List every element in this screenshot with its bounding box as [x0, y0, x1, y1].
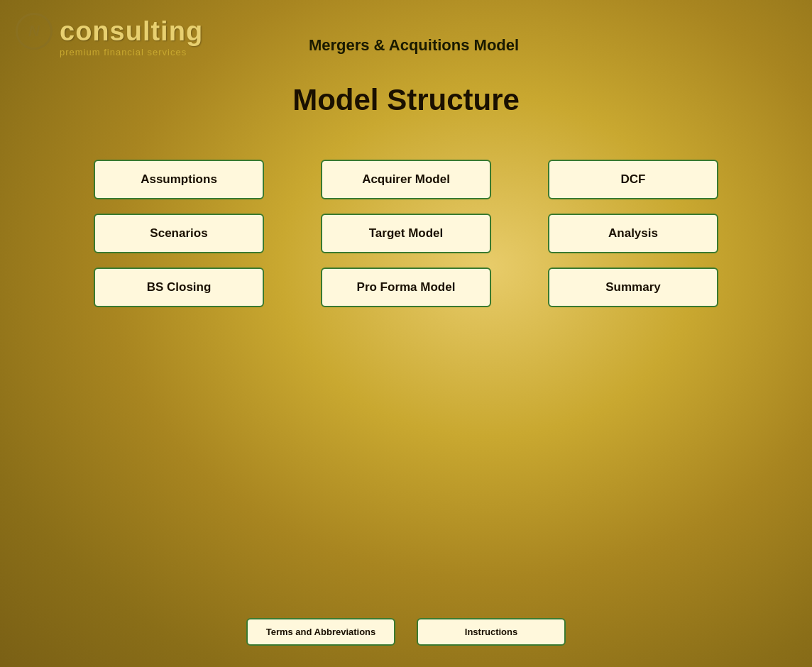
model-structure-title: Model Structure [292, 83, 520, 117]
button-grid: Assumptions Scenarios BS Closing Acquire… [94, 160, 718, 307]
btn-acquirer-model[interactable]: Acquirer Model [321, 160, 491, 199]
footer: Terms and Abbreviations Instructions [0, 618, 812, 667]
button-column-left: Assumptions Scenarios BS Closing [94, 160, 264, 307]
button-column-center: Acquirer Model Target Model Pro Forma Mo… [321, 160, 491, 307]
btn-analysis[interactable]: Analysis [548, 214, 718, 253]
page-container: N consulting premium financial services … [0, 0, 812, 667]
btn-instructions[interactable]: Instructions [417, 618, 566, 646]
btn-assumptions[interactable]: Assumptions [94, 160, 264, 199]
btn-target-model[interactable]: Target Model [321, 214, 491, 253]
header: N consulting premium financial services … [0, 0, 812, 55]
page-title: Mergers & Acquitions Model [16, 36, 812, 55]
btn-dcf[interactable]: DCF [548, 160, 718, 199]
btn-bs-closing[interactable]: BS Closing [94, 268, 264, 307]
btn-scenarios[interactable]: Scenarios [94, 214, 264, 253]
btn-pro-forma-model[interactable]: Pro Forma Model [321, 268, 491, 307]
btn-terms[interactable]: Terms and Abbreviations [246, 618, 395, 646]
btn-summary[interactable]: Summary [548, 268, 718, 307]
main-content: Model Structure Assumptions Scenarios BS… [0, 55, 812, 618]
button-column-right: DCF Analysis Summary [548, 160, 718, 307]
